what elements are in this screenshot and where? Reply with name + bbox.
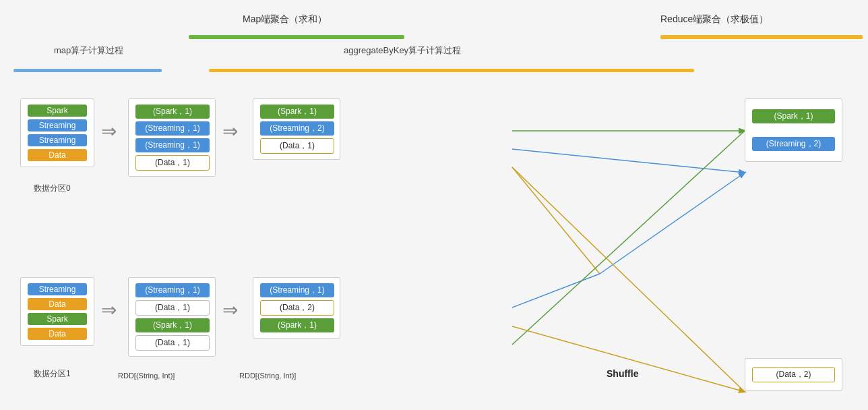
partition0-map-box: (Spark，1) (Streaming，1) (Streaming，1) (D… bbox=[128, 98, 216, 177]
spark1-agg-p0: (Spark，1) bbox=[260, 105, 334, 119]
streaming-chip-p0-1: Streaming bbox=[28, 119, 87, 131]
reduce-header-label: Reduce端聚合（求极值） bbox=[660, 13, 768, 26]
result-streaming2: (Streaming，2) bbox=[752, 137, 835, 151]
spark1-agg-p1: (Spark，1) bbox=[260, 318, 334, 332]
svg-line-3 bbox=[512, 274, 600, 308]
data-chip-p1-1: Data bbox=[28, 298, 87, 310]
partition0-label: 数据分区0 bbox=[34, 183, 71, 194]
map-section-bar bbox=[13, 69, 162, 72]
svg-line-7 bbox=[512, 167, 745, 392]
map-section-label: map算子计算过程 bbox=[54, 45, 123, 57]
svg-line-4 bbox=[600, 173, 745, 274]
result-spark1: (Spark，1) bbox=[752, 109, 835, 123]
svg-line-1 bbox=[512, 149, 745, 173]
partition1-input-box: Streaming Data Spark Data bbox=[20, 277, 94, 346]
svg-line-5 bbox=[512, 131, 745, 345]
partition1-label: 数据分区1 bbox=[34, 368, 71, 380]
streaming2-agg-p0: (Streaming，2) bbox=[260, 121, 334, 136]
map-header-label: Map端聚合（求和） bbox=[243, 13, 327, 26]
diagram-area: Spark Streaming Streaming Data ⇒ (Spark，… bbox=[13, 85, 849, 410]
data1-p0: (Data，1) bbox=[135, 155, 210, 171]
aggregate-section-bar bbox=[209, 69, 694, 72]
result-box-2: (Data，2) bbox=[745, 358, 842, 391]
rdd-label-1: RDD[(String, Int)] bbox=[118, 372, 175, 380]
streaming1-p0-2: (Streaming，1) bbox=[135, 138, 210, 152]
streaming1-agg-p1: (Streaming，1) bbox=[260, 283, 334, 297]
main-container: Map端聚合（求和） Reduce端聚合（求极值） map算子计算过程 aggr… bbox=[0, 0, 868, 410]
arrow3: ⇒ bbox=[101, 301, 117, 320]
arrow1: ⇒ bbox=[101, 122, 117, 141]
data1-p1-1: (Data，1) bbox=[135, 300, 210, 316]
partition0-agg-box: (Spark，1) (Streaming，2) (Data，1) bbox=[253, 98, 340, 160]
arrow4: ⇒ bbox=[222, 301, 238, 320]
result-box: (Spark，1) (Streaming，2) bbox=[745, 98, 842, 162]
partition1-map-box: (Streaming，1) (Data，1) (Spark，1) (Data，1… bbox=[128, 277, 216, 357]
result-data2: (Data，2) bbox=[752, 367, 835, 382]
streaming1-p0-1: (Streaming，1) bbox=[135, 121, 210, 136]
streaming-chip-p1: Streaming bbox=[28, 283, 87, 295]
map-color-bar bbox=[189, 35, 404, 39]
data-chip-p1-2: Data bbox=[28, 328, 87, 340]
spark-chip-p1: Spark bbox=[28, 313, 87, 325]
arrow2: ⇒ bbox=[222, 122, 238, 141]
streaming-chip-p0-2: Streaming bbox=[28, 134, 87, 146]
rdd-label-2: RDD[(String, Int)] bbox=[239, 372, 296, 380]
shuffle-label: Shuffle bbox=[607, 368, 638, 379]
data1-p1-2: (Data，1) bbox=[135, 335, 210, 351]
reduce-color-bar bbox=[660, 35, 863, 39]
streaming1-p1: (Streaming，1) bbox=[135, 283, 210, 297]
spark-chip-p0: Spark bbox=[28, 105, 87, 117]
partition1-agg-box: (Streaming，1) (Data，2) (Spark，1) bbox=[253, 277, 340, 339]
aggregate-section-label: aggregateByKey算子计算过程 bbox=[344, 45, 461, 57]
data1-agg-p0: (Data，1) bbox=[260, 138, 334, 154]
partition0-input-box: Spark Streaming Streaming Data bbox=[20, 98, 94, 167]
data2-agg-p1: (Data，2) bbox=[260, 300, 334, 316]
svg-line-6 bbox=[512, 326, 745, 392]
spark1-p1: (Spark，1) bbox=[135, 318, 210, 332]
spark1-p0: (Spark，1) bbox=[135, 105, 210, 119]
data-chip-p0: Data bbox=[28, 149, 87, 161]
svg-line-2 bbox=[512, 167, 600, 274]
